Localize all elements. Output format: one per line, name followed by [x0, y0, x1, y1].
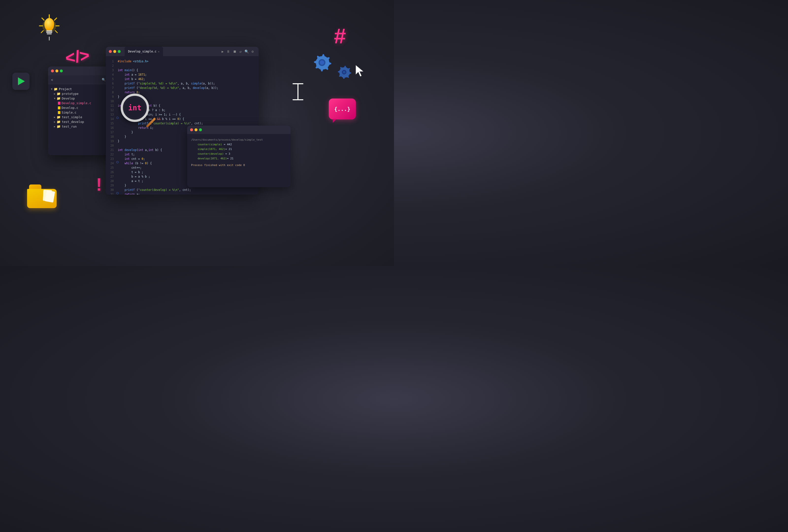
magnifier: int	[121, 94, 158, 132]
gutter-bookmark-3: ⬡	[116, 192, 119, 195]
terminal-minimize-dot[interactable]	[195, 128, 197, 131]
code-line-30: printf ("counter(develop) = %\n", cnt);	[118, 188, 257, 192]
minimize-dot[interactable]	[55, 70, 58, 73]
gutter-bookmark-1: ⬡	[116, 116, 119, 119]
terminal-close-dot[interactable]	[190, 128, 193, 131]
speech-bubble-icon: {...}	[329, 99, 356, 119]
terminal-line-4: develop(1071, 462)= 21	[191, 156, 287, 161]
terminal-line-3: counter(develop) = 3	[191, 152, 287, 156]
close-dot[interactable]	[51, 70, 54, 73]
terminal-path: /Users/documents/process/develop/simple_…	[191, 137, 287, 142]
run-icon[interactable]: ▶	[222, 50, 223, 54]
code-line-1: #include <stdio.h>	[118, 59, 257, 63]
code-line-3: int main() {	[118, 68, 257, 73]
terminal-window: /Users/documents/process/develop/simple_…	[187, 125, 291, 187]
editor-minimize-dot[interactable]	[113, 50, 116, 53]
terminal-line-2: simple(1071, 462)= 21	[191, 147, 287, 152]
gutter-bookmark-2: ⬡	[116, 161, 119, 164]
editor-titlebar: Develop_simple.c ✕ ▶ ⏸ ⏹ ↺ 🔍 ⚙	[106, 47, 259, 56]
terminal-titlebar	[187, 125, 291, 134]
magnifier-handle	[146, 117, 156, 128]
tab-label: Develop_simple.c	[128, 50, 157, 53]
code-line-2	[118, 63, 257, 68]
maximize-dot[interactable]	[60, 70, 63, 73]
code-line-4: int a = 1871;	[118, 73, 257, 77]
back-arrow[interactable]: <	[51, 78, 53, 82]
code-line-6: printf ("simple(%d, %d) = %d\n", a, b, s…	[118, 81, 257, 86]
refresh-icon[interactable]: ↺	[239, 50, 241, 54]
terminal-exit: Process finished with exit code 0	[191, 163, 287, 168]
editor-maximize-dot[interactable]	[118, 50, 121, 53]
code-line-31: return a;	[118, 192, 257, 195]
tab-close-btn[interactable]: ✕	[158, 50, 160, 53]
code-line-7: printf ("develop(%d, %d) = %d\n", a, b, …	[118, 86, 257, 90]
editor-close-dot[interactable]	[109, 50, 112, 53]
editor-tabs: Develop_simple.c ✕	[124, 47, 220, 56]
editor-search-icon[interactable]: 🔍	[244, 50, 249, 54]
terminal-line-1: counter(simple) = 442	[191, 142, 287, 147]
tab-develop-simple-c[interactable]: Develop_simple.c ✕	[124, 47, 163, 56]
terminal-maximize-dot[interactable]	[199, 128, 202, 131]
pause-icon[interactable]: ⏸	[226, 50, 230, 54]
search-icon[interactable]: 🔍	[102, 78, 106, 81]
stop-icon[interactable]: ⏹	[233, 50, 236, 54]
line-numbers: 12345 678910 1112131415 1617181920 21222…	[106, 56, 116, 195]
terminal-body: /Users/documents/process/develop/simple_…	[187, 134, 291, 171]
editor-toolbar-right: ▶ ⏸ ⏹ ↺ 🔍 ⚙	[222, 50, 256, 54]
code-line-5: int b = 462;	[118, 77, 257, 81]
editor-settings-icon[interactable]: ⚙	[252, 50, 254, 54]
magnifier-text: int	[128, 103, 141, 112]
magnifier-glass: int	[121, 94, 149, 122]
